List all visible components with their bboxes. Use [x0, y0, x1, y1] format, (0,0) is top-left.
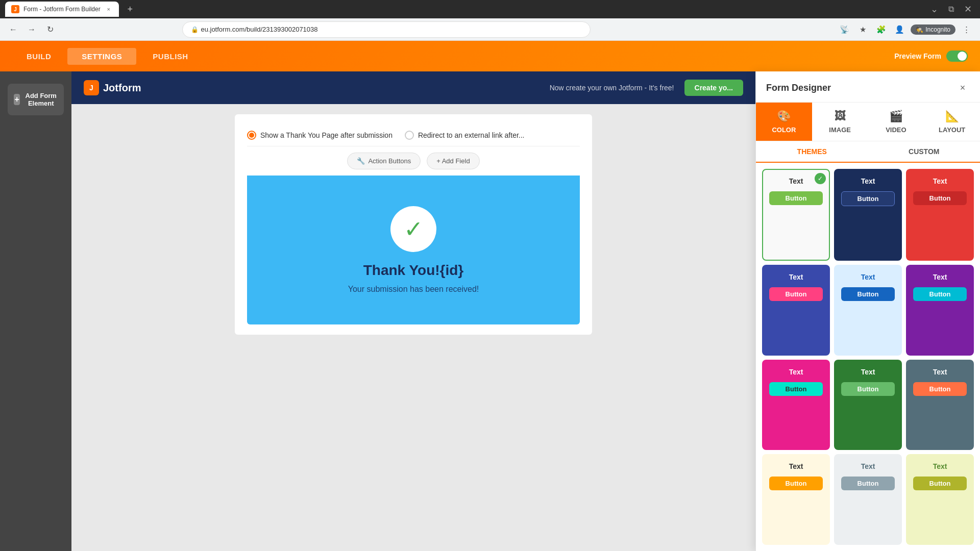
close-window-icon[interactable]: ✕ — [961, 4, 975, 15]
theme-green[interactable]: Text Button — [834, 360, 902, 450]
main-area: + Add Form Element J Jotform Now create … — [0, 71, 980, 551]
cast-icon[interactable]: 📡 — [837, 22, 851, 37]
bookmark-icon[interactable]: ★ — [855, 22, 870, 37]
theme-navy[interactable]: Text Button — [834, 169, 902, 261]
preview-form-area: Preview Form — [894, 51, 968, 62]
create-button[interactable]: Create yo... — [684, 80, 743, 96]
image-tab-label: IMAGE — [829, 126, 851, 134]
theme-white[interactable]: ✓ Text Button — [762, 169, 830, 261]
theme-lime[interactable]: Text Button — [906, 454, 974, 545]
checkmark-circle: ✓ — [390, 206, 436, 252]
theme-red[interactable]: Text Button — [906, 169, 974, 261]
logo-icon: J — [84, 80, 99, 95]
favicon-icon: J — [11, 5, 19, 13]
theme-text-slate: Text — [907, 361, 973, 379]
panel-title: Form Designer — [766, 83, 831, 93]
tab-image[interactable]: 🖼 IMAGE — [812, 103, 868, 141]
nav-build[interactable]: BUILD — [12, 48, 65, 65]
layout-tab-icon: 📐 — [945, 110, 959, 123]
theme-amber[interactable]: Text Button — [762, 454, 830, 545]
new-tab-button[interactable]: + — [123, 2, 137, 16]
thank-you-section: ✓ Thank You!{id} Your submission has bee… — [247, 176, 580, 324]
form-canvas: J Jotform Now create your own Jotform - … — [71, 71, 755, 551]
radio-redirect[interactable]: Redirect to an external link after... — [405, 131, 525, 140]
extensions-icon[interactable]: 🧩 — [874, 22, 888, 37]
profile-icon[interactable]: 👤 — [892, 22, 906, 37]
tab-color[interactable]: 🎨 COLOR — [756, 103, 812, 141]
incognito-icon: 🕵 — [916, 26, 923, 33]
browser-chrome: J Form - Jotform Form Builder × + ⌄ ⧉ ✕ … — [0, 0, 980, 41]
color-tab-icon: 🎨 — [777, 110, 791, 123]
theme-text-lightblue: Text — [835, 266, 901, 284]
theme-slate[interactable]: Text Button — [906, 360, 974, 450]
add-field-label: + Add Field — [436, 157, 470, 165]
back-button[interactable]: ← — [6, 22, 20, 37]
tab-custom[interactable]: CUSTOM — [868, 141, 981, 162]
tab-video[interactable]: 🎬 VIDEO — [868, 103, 924, 141]
incognito-badge: 🕵 Incognito — [911, 24, 955, 35]
theme-btn-amber: Button — [769, 477, 823, 490]
action-buttons-button[interactable]: 🔧 Action Buttons — [347, 153, 421, 169]
browser-toolbar: ← → ↻ 🔒 eu.jotform.com/build/23139300207… — [0, 18, 980, 41]
close-tab-icon[interactable]: × — [105, 5, 113, 13]
tab-layout[interactable]: 📐 LAYOUT — [924, 103, 980, 141]
theme-btn-lime: Button — [913, 477, 967, 490]
image-tab-icon: 🖼 — [835, 110, 846, 123]
panel-close-button[interactable]: × — [955, 81, 970, 95]
theme-text-indigo: Text — [763, 266, 829, 284]
refresh-button[interactable]: ↻ — [43, 22, 57, 37]
panel-tabs1: 🎨 COLOR 🖼 IMAGE 🎬 VIDEO 📐 LAYOUT — [756, 103, 980, 141]
theme-text-navy: Text — [835, 170, 901, 188]
tab-themes[interactable]: THEMES — [756, 141, 868, 163]
theme-indigo[interactable]: Text Button — [762, 265, 830, 356]
theme-light-blue[interactable]: Text Button — [834, 265, 902, 356]
color-tab-label: COLOR — [772, 126, 796, 134]
add-element-button[interactable]: + Add Form Element — [8, 84, 64, 115]
checkmark-icon: ✓ — [404, 215, 424, 243]
toolbar-actions: 📡 ★ 🧩 👤 🕵 Incognito ⋮ — [837, 22, 974, 37]
app-header: BUILD SETTINGS PUBLISH Preview Form — [0, 41, 980, 71]
theme-text-silver: Text — [835, 455, 901, 473]
theme-text-purple: Text — [907, 266, 973, 284]
theme-magenta[interactable]: Text Button — [762, 360, 830, 450]
menu-icon[interactable]: ⋮ — [960, 22, 974, 37]
address-bar[interactable]: 🔒 eu.jotform.com/build/231393002071038 — [182, 21, 591, 38]
thank-you-title: Thank You!{id} — [259, 262, 568, 279]
action-buttons-label: Action Buttons — [368, 157, 411, 165]
submission-options: Show a Thank You Page after submission R… — [247, 124, 580, 146]
browser-tab[interactable]: J Form - Jotform Form Builder × — [5, 2, 119, 17]
forward-button[interactable]: → — [24, 22, 39, 37]
theme-btn-magenta: Button — [769, 382, 823, 396]
theme-text-green: Text — [835, 361, 901, 379]
theme-btn-slate: Button — [913, 382, 967, 396]
radio-thankyou-circle[interactable] — [247, 131, 256, 140]
theme-silver[interactable]: Text Button — [834, 454, 902, 545]
video-tab-icon: 🎬 — [889, 110, 903, 123]
theme-text-red: Text — [907, 170, 973, 188]
banner-promo-text: Now create your own Jotform - It's free! — [550, 84, 674, 92]
minimize-icon[interactable]: ⌄ — [927, 4, 941, 15]
add-field-button[interactable]: + Add Field — [427, 153, 479, 169]
nav-publish[interactable]: PUBLISH — [138, 48, 202, 65]
add-icon: + — [14, 94, 20, 105]
thank-you-subtitle: Your submission has been received! — [259, 285, 568, 294]
logo-text: Jotform — [103, 82, 141, 94]
designer-panel: Form Designer × 🎨 COLOR 🖼 IMAGE 🎬 VIDEO … — [755, 71, 980, 551]
preview-form-label: Preview Form — [894, 52, 941, 60]
action-buttons-row: 🔧 Action Buttons + Add Field — [247, 146, 580, 176]
radio-redirect-circle[interactable] — [405, 131, 414, 140]
url-text: eu.jotform.com/build/231393002071038 — [201, 26, 317, 33]
action-buttons-icon: 🔧 — [357, 157, 365, 165]
restore-icon[interactable]: ⧉ — [945, 5, 957, 14]
layout-tab-label: LAYOUT — [939, 126, 965, 134]
theme-btn-white: Button — [769, 191, 823, 205]
preview-toggle[interactable] — [946, 51, 968, 62]
panel-header: Form Designer × — [756, 71, 980, 103]
form-section: Show a Thank You Page after submission R… — [235, 114, 592, 335]
jotform-logo: J Jotform — [84, 80, 141, 95]
theme-purple[interactable]: Text Button — [906, 265, 974, 356]
incognito-label: Incognito — [925, 26, 950, 33]
radio-thankyou[interactable]: Show a Thank You Page after submission — [247, 131, 393, 140]
nav-settings[interactable]: SETTINGS — [67, 48, 136, 65]
app-nav: BUILD SETTINGS PUBLISH — [12, 48, 203, 65]
